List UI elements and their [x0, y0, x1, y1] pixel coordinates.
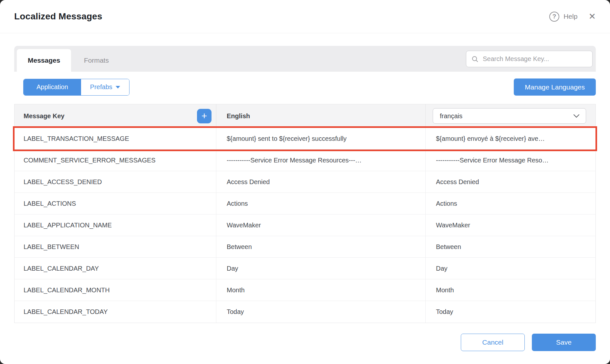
english-value-cell[interactable]: Day: [216, 258, 425, 279]
table-row: LABEL_CALENDAR_DAY Day Day: [15, 258, 595, 279]
dialog-content: Messages Formats Application Prefabs Man…: [0, 46, 610, 323]
english-header-label: English: [227, 112, 250, 120]
search-icon: [471, 56, 479, 63]
help-link[interactable]: Help: [563, 13, 577, 20]
english-value-cell[interactable]: Actions: [216, 193, 425, 214]
english-value-cell[interactable]: Access Denied: [216, 171, 425, 192]
table-row: LABEL_ACTIONS Actions Actions: [15, 193, 595, 214]
search-input[interactable]: [483, 55, 587, 63]
cancel-button[interactable]: Cancel: [461, 334, 525, 351]
dialog-footer: Cancel Save: [461, 334, 596, 351]
translation-value-cell[interactable]: Access Denied: [425, 171, 595, 192]
translation-value-cell[interactable]: WaveMaker: [425, 214, 595, 236]
table-row: LABEL_CALENDAR_MONTH Month Month: [15, 279, 595, 301]
message-key-header-label: Message Key: [24, 112, 65, 120]
table-row: LABEL_APPLICATION_NAME WaveMaker WaveMak…: [15, 214, 595, 236]
english-value-cell[interactable]: Between: [216, 236, 425, 257]
translation-value-cell[interactable]: Actions: [425, 193, 595, 214]
search-box[interactable]: [466, 51, 593, 67]
table-header: Message Key + English français: [15, 104, 595, 128]
message-key-cell[interactable]: LABEL_ACCESS_DENIED: [15, 171, 216, 192]
save-button[interactable]: Save: [532, 334, 596, 351]
header-actions: ? Help ✕: [549, 12, 596, 22]
dialog-header: Localized Messages ? Help ✕: [0, 0, 610, 33]
message-key-cell[interactable]: LABEL_CALENDAR_DAY: [15, 258, 216, 279]
table-row: LABEL_TRANSACTION_MESSAGE ${amount} sent…: [15, 128, 595, 150]
localized-messages-dialog: Localized Messages ? Help ✕ Messages For…: [0, 0, 610, 364]
english-value-cell[interactable]: Today: [216, 301, 425, 323]
column-header-message-key: Message Key +: [15, 104, 216, 128]
table-row: LABEL_ACCESS_DENIED Access Denied Access…: [15, 171, 595, 193]
message-key-cell[interactable]: LABEL_APPLICATION_NAME: [15, 214, 216, 236]
scope-switcher: Application Prefabs: [23, 79, 129, 96]
message-key-cell[interactable]: COMMENT_SERVICE_ERROR_MESSAGES: [15, 150, 216, 171]
column-header-english: English: [216, 104, 425, 128]
english-value-cell[interactable]: ${amount} sent to ${receiver} successful…: [216, 128, 425, 149]
table-body: LABEL_TRANSACTION_MESSAGE ${amount} sent…: [15, 128, 595, 323]
table-row: COMMENT_SERVICE_ERROR_MESSAGES ---------…: [15, 150, 595, 171]
message-key-cell[interactable]: LABEL_CALENDAR_MONTH: [15, 279, 216, 301]
translation-value-cell[interactable]: Month: [425, 279, 595, 301]
tab-bar: Messages Formats: [14, 46, 596, 72]
page-title: Localized Messages: [14, 11, 102, 22]
translation-value-cell[interactable]: Day: [425, 258, 595, 279]
tab-messages[interactable]: Messages: [17, 49, 71, 72]
prefabs-label: Prefabs: [90, 83, 112, 91]
close-icon[interactable]: ✕: [588, 12, 596, 21]
translation-value-cell[interactable]: -----------Service Error Message Reso…: [425, 150, 595, 171]
message-key-cell[interactable]: LABEL_BETWEEN: [15, 236, 216, 257]
manage-languages-button[interactable]: Manage Languages: [514, 78, 596, 96]
column-header-language: français: [425, 104, 595, 128]
english-value-cell[interactable]: WaveMaker: [216, 214, 425, 236]
table-row: LABEL_CALENDAR_TODAY Today Today: [15, 301, 595, 323]
english-value-cell[interactable]: Month: [216, 279, 425, 301]
help-icon[interactable]: ?: [549, 12, 559, 22]
message-key-cell[interactable]: LABEL_CALENDAR_TODAY: [15, 301, 216, 323]
prefabs-button[interactable]: Prefabs: [81, 79, 129, 95]
english-value-cell[interactable]: -----------Service Error Message Resourc…: [216, 150, 425, 171]
language-select[interactable]: français: [433, 108, 586, 124]
translation-value-cell[interactable]: ${amount} envoyé à ${receiver} ave…: [425, 128, 595, 149]
translation-value-cell[interactable]: Today: [425, 301, 595, 323]
application-button[interactable]: Application: [24, 79, 81, 95]
translation-value-cell[interactable]: Between: [425, 236, 595, 257]
toolbar: Application Prefabs Manage Languages: [14, 78, 596, 96]
add-message-key-button[interactable]: +: [197, 109, 212, 123]
tab-formats[interactable]: Formats: [71, 49, 121, 72]
caret-down-icon: [116, 86, 120, 88]
chevron-down-icon: [573, 114, 580, 118]
message-key-cell[interactable]: LABEL_ACTIONS: [15, 193, 216, 214]
table-row: LABEL_BETWEEN Between Between: [15, 236, 595, 258]
language-select-value: français: [440, 112, 462, 120]
message-key-cell[interactable]: LABEL_TRANSACTION_MESSAGE: [15, 128, 216, 149]
messages-table: Message Key + English français LABEL_TRA…: [14, 104, 596, 323]
